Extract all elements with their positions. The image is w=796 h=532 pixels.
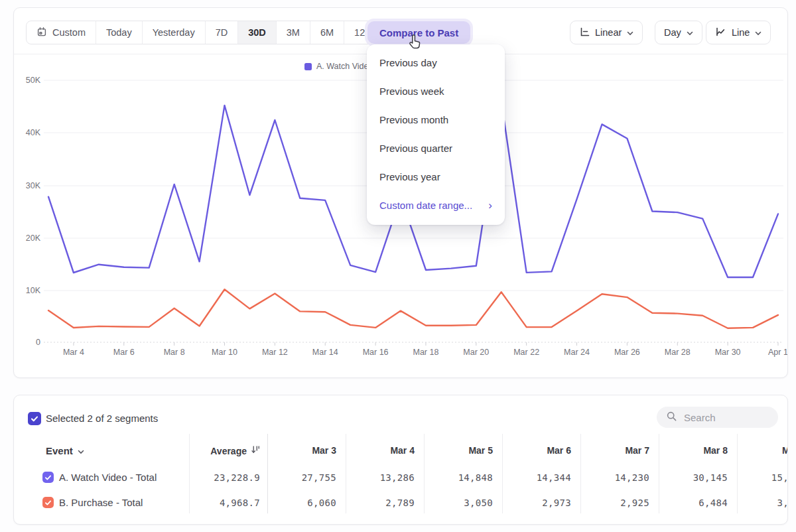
value-cell: 2,925 [620, 498, 649, 508]
menu-item-previous-day[interactable]: Previous day [367, 48, 505, 77]
range-button-3m[interactable]: 3M [277, 21, 310, 44]
x-tick-label: Mar 20 [456, 348, 496, 357]
column-divider [580, 434, 581, 513]
event-header-label: Event [46, 445, 73, 456]
scale-dropdown-button[interactable]: Linear [570, 21, 643, 44]
segment-checkbox[interactable] [42, 472, 54, 483]
column-divider [267, 434, 268, 513]
scale-dropdown-label: Linear [595, 27, 622, 38]
custom-date-range-label: Custom date range... [379, 200, 472, 211]
chart-type-dropdown-label: Line [732, 27, 750, 38]
range-button-today[interactable]: Today [96, 21, 143, 44]
segment-row-label: B. Purchase - Total [59, 497, 143, 508]
range-button-label: 7D [216, 27, 228, 38]
legend-swatch [304, 63, 312, 70]
x-tick-label: Mar 26 [607, 348, 647, 357]
x-tick-label: Mar 18 [406, 348, 446, 357]
range-button-label: Custom [52, 27, 86, 38]
range-button-6m[interactable]: 6M [310, 21, 344, 44]
chevron-down-icon [687, 27, 693, 38]
average-value-cell: 23,228.9 [214, 472, 260, 483]
line-chart-icon [715, 27, 726, 39]
column-divider [502, 434, 503, 513]
chevron-down-icon [627, 27, 633, 38]
y-tick-label: 50K [14, 76, 40, 85]
range-button-30d[interactable]: 30D [238, 21, 277, 44]
chevron-down-icon [755, 27, 762, 38]
x-tick-label: Mar 24 [557, 348, 597, 357]
range-button-yesterday[interactable]: Yesterday [143, 21, 206, 44]
search-icon [666, 411, 677, 425]
range-button-label: Yesterday [153, 27, 195, 38]
range-button-custom[interactable]: Custom [27, 21, 96, 44]
chevron-right-icon: › [488, 200, 492, 211]
column-divider [346, 434, 346, 513]
y-tick-label: 20K [14, 233, 40, 243]
column-divider [424, 434, 425, 513]
x-tick-label: Mar 14 [305, 348, 345, 357]
selected-segments-summary: Selected 2 of 2 segments [46, 413, 158, 424]
menu-item-previous-week[interactable]: Previous week [367, 77, 505, 105]
y-tick-label: 40K [14, 128, 40, 137]
chart-type-dropdown-button[interactable]: Line [706, 21, 771, 44]
date-column-header: Mar 6 [547, 445, 571, 456]
date-column-header: Mar 7 [625, 445, 649, 456]
value-cell: 14,848 [458, 472, 493, 483]
x-tick-label: Mar 8 [155, 348, 194, 357]
sort-descending-icon [251, 445, 260, 456]
menu-item-previous-quarter[interactable]: Previous quarter [367, 134, 505, 163]
value-cell: 6,484 [698, 498, 728, 508]
average-value-cell: 4,968.7 [220, 498, 260, 508]
x-tick-label: Mar 12 [255, 348, 295, 357]
search-box[interactable] [657, 407, 778, 428]
x-tick-label: Mar 4 [54, 348, 94, 357]
value-cell: 2,973 [542, 498, 571, 508]
calendar-icon [36, 27, 47, 39]
value-cell: 6,060 [307, 498, 336, 508]
menu-item-previous-year[interactable]: Previous year [367, 163, 505, 191]
value-cell: 14,344 [537, 472, 571, 483]
value-cell: 27,755 [302, 472, 336, 483]
value-cell: 14,230 [615, 472, 649, 483]
y-tick-label: 0 [14, 338, 40, 347]
compare-to-past-menu: Previous dayPrevious weekPrevious monthP… [367, 44, 505, 225]
x-tick-label: Mar 10 [205, 348, 245, 357]
search-input[interactable] [684, 412, 770, 423]
value-cell-clipped: 3, [777, 498, 788, 508]
x-tick-label: Apr 1 [758, 348, 788, 357]
date-range-segmented-control: CustomTodayYesterday7D30D3M6M12M [26, 21, 383, 44]
x-tick-label: Mar 30 [708, 348, 748, 357]
column-divider [659, 434, 659, 513]
range-button-7d[interactable]: 7D [206, 21, 239, 44]
value-cell: 3,050 [464, 498, 493, 508]
average-column-header[interactable]: Average [210, 445, 260, 456]
menu-item-custom-date-range[interactable]: Custom date range...› [367, 191, 505, 220]
event-column-header[interactable]: Event [46, 445, 84, 456]
y-tick-label: 10K [14, 286, 40, 295]
interval-dropdown-button[interactable]: Day [655, 21, 702, 44]
segments-card: Selected 2 of 2 segments Event Average M… [13, 395, 788, 525]
value-cell-clipped: 15, [771, 472, 788, 483]
select-all-segments-checkbox[interactable] [28, 412, 41, 425]
column-divider [189, 434, 190, 513]
segment-row-label: A. Watch Video - Total [59, 472, 157, 483]
range-button-label: 3M [287, 27, 300, 38]
range-button-label: 6M [320, 27, 334, 38]
range-button-label: 30D [248, 27, 266, 38]
chevron-down-icon [78, 445, 84, 456]
value-cell: 13,286 [380, 472, 415, 483]
menu-item-previous-month[interactable]: Previous month [367, 105, 505, 134]
axis-scale-icon [579, 27, 590, 39]
date-column-header: Mar 4 [390, 445, 415, 456]
segment-checkbox[interactable] [42, 497, 54, 508]
interval-dropdown-label: Day [664, 27, 681, 38]
value-cell: 30,145 [693, 472, 728, 483]
compare-to-past-button[interactable]: Compare to Past [367, 21, 470, 44]
x-tick-label: Mar 22 [507, 348, 547, 357]
value-cell: 2,789 [385, 498, 415, 508]
date-column-header: Mar 3 [312, 445, 336, 456]
average-header-label: Average [210, 446, 247, 456]
date-column-header: Mar 5 [468, 445, 493, 456]
y-tick-label: 30K [14, 181, 40, 190]
column-divider [737, 434, 738, 513]
